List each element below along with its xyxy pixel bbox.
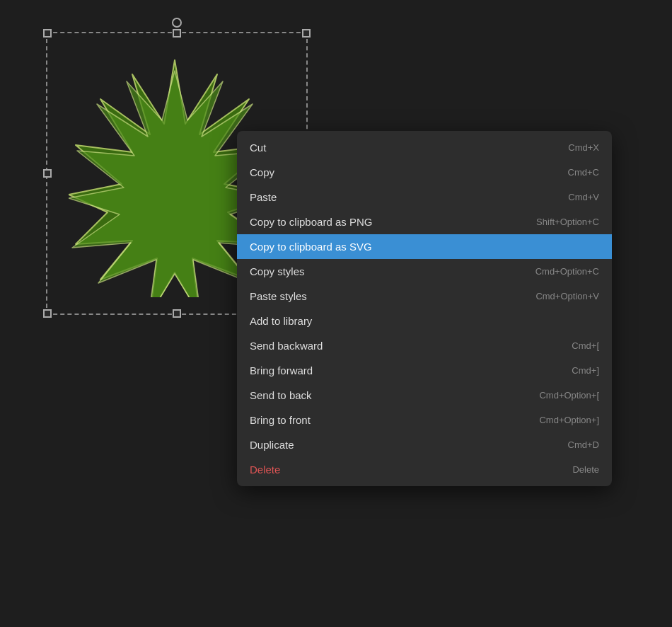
- menu-item-shortcut-delete: Delete: [572, 464, 599, 475]
- menu-item-shortcut-send-back: Cmd+Option+[: [539, 390, 599, 401]
- menu-item-paste-styles[interactable]: Paste stylesCmd+Option+V: [237, 284, 612, 309]
- handle-top-left[interactable]: [43, 29, 52, 38]
- menu-item-shortcut-copy-styles: Cmd+Option+C: [535, 266, 599, 277]
- menu-item-shortcut-copy: Cmd+C: [568, 167, 599, 178]
- menu-item-copy-png[interactable]: Copy to clipboard as PNGShift+Option+C: [237, 209, 612, 234]
- menu-item-paste[interactable]: PasteCmd+V: [237, 185, 612, 209]
- menu-item-add-library[interactable]: Add to library: [237, 309, 612, 333]
- menu-item-label-copy-png: Copy to clipboard as PNG: [250, 216, 372, 228]
- menu-item-shortcut-duplicate: Cmd+D: [568, 439, 599, 450]
- handle-top-right[interactable]: [302, 29, 311, 38]
- menu-item-label-paste: Paste: [250, 191, 277, 203]
- handle-top-middle[interactable]: [173, 29, 181, 38]
- menu-item-label-copy: Copy: [250, 166, 274, 178]
- menu-item-send-backward[interactable]: Send backwardCmd+[: [237, 333, 612, 358]
- menu-item-label-bring-forward: Bring forward: [250, 364, 313, 376]
- menu-item-copy[interactable]: CopyCmd+C: [237, 160, 612, 185]
- canvas: CutCmd+XCopyCmd+CPasteCmd+VCopy to clipb…: [0, 0, 672, 627]
- context-menu: CutCmd+XCopyCmd+CPasteCmd+VCopy to clipb…: [237, 131, 612, 486]
- menu-item-label-add-library: Add to library: [250, 315, 312, 327]
- handle-bottom-left[interactable]: [43, 309, 52, 318]
- menu-item-shortcut-bring-forward: Cmd+]: [572, 365, 599, 376]
- handle-bottom-middle[interactable]: [173, 309, 181, 318]
- menu-item-shortcut-copy-png: Shift+Option+C: [536, 217, 599, 227]
- menu-item-label-send-backward: Send backward: [250, 340, 323, 352]
- menu-item-cut[interactable]: CutCmd+X: [237, 135, 612, 160]
- menu-item-label-send-back: Send to back: [250, 389, 312, 401]
- menu-item-label-copy-styles: Copy styles: [250, 265, 305, 277]
- menu-item-label-paste-styles: Paste styles: [250, 290, 307, 302]
- menu-item-copy-svg[interactable]: Copy to clipboard as SVG: [237, 234, 612, 259]
- menu-item-bring-forward[interactable]: Bring forwardCmd+]: [237, 358, 612, 383]
- handle-middle-left[interactable]: [43, 169, 52, 178]
- menu-item-shortcut-cut: Cmd+X: [568, 142, 599, 153]
- menu-item-label-cut: Cut: [250, 142, 266, 154]
- menu-item-label-bring-front: Bring to front: [250, 414, 311, 426]
- menu-item-shortcut-paste-styles: Cmd+Option+V: [535, 291, 599, 301]
- menu-item-copy-styles[interactable]: Copy stylesCmd+Option+C: [237, 259, 612, 284]
- menu-item-shortcut-bring-front: Cmd+Option+]: [539, 415, 599, 425]
- menu-item-shortcut-send-backward: Cmd+[: [572, 340, 599, 351]
- menu-item-duplicate[interactable]: DuplicateCmd+D: [237, 432, 612, 457]
- menu-item-bring-front[interactable]: Bring to frontCmd+Option+]: [237, 408, 612, 432]
- menu-item-delete[interactable]: DeleteDelete: [237, 457, 612, 482]
- rotate-handle[interactable]: [172, 18, 182, 28]
- menu-item-shortcut-paste: Cmd+V: [568, 192, 599, 202]
- menu-item-label-duplicate: Duplicate: [250, 439, 294, 451]
- menu-item-send-back[interactable]: Send to backCmd+Option+[: [237, 383, 612, 408]
- menu-item-label-delete: Delete: [250, 464, 280, 476]
- menu-item-label-copy-svg: Copy to clipboard as SVG: [250, 241, 372, 253]
